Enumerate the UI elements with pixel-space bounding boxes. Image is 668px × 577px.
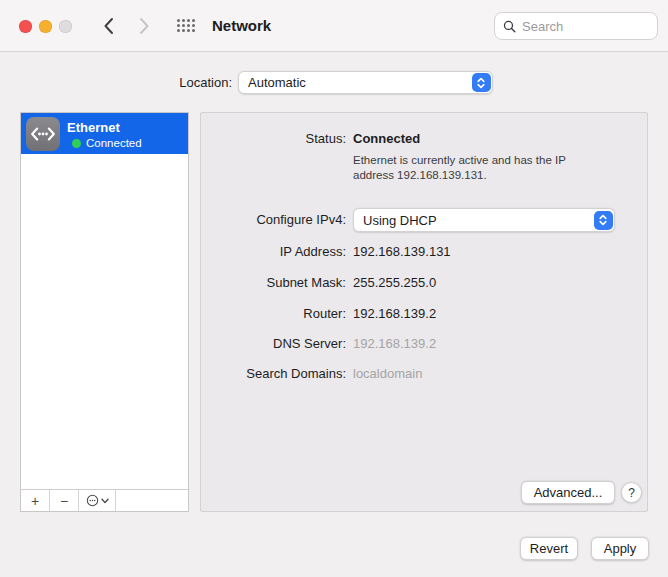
ip-address-value: 192.168.139.131 [353, 244, 451, 260]
chevron-left-icon [103, 17, 114, 35]
subnet-mask-label: Subnet Mask: [201, 275, 346, 291]
search-input[interactable] [522, 19, 649, 34]
ip-address-label: IP Address: [201, 244, 346, 260]
services-sidebar: Ethernet Connected + − [20, 112, 189, 512]
search-domains-value: localdomain [353, 366, 422, 382]
configure-ipv4-value: Using DHCP [363, 213, 437, 228]
help-button[interactable]: ? [621, 482, 642, 503]
back-button[interactable] [98, 16, 118, 36]
chevron-right-icon [139, 17, 150, 35]
forward-button [134, 16, 154, 36]
chevron-down-icon [101, 498, 109, 504]
revert-button[interactable]: Revert [520, 537, 578, 560]
status-description: Ethernet is currently active and has the… [353, 153, 593, 183]
service-name: Ethernet [67, 120, 120, 135]
router-value: 192.168.139.2 [353, 306, 436, 322]
status-label: Status: [201, 131, 346, 147]
popup-stepper-icon [594, 211, 613, 230]
search-domains-label: Search Domains: [201, 366, 346, 382]
status-value: Connected [353, 131, 420, 147]
minimize-window-button[interactable] [39, 20, 52, 33]
dns-server-row: DNS Server: 192.168.139.2 [201, 336, 436, 352]
connected-status-dot [72, 139, 81, 148]
search-icon [503, 19, 516, 34]
search-domains-row: Search Domains: localdomain [201, 366, 422, 382]
location-label: Location: [0, 75, 232, 90]
titlebar: Network [0, 0, 668, 52]
zoom-window-button-disabled [59, 20, 72, 33]
router-row: Router: 192.168.139.2 [201, 306, 436, 322]
location-popup-value: Automatic [248, 75, 306, 90]
sidebar-toolbar: + − [21, 489, 188, 511]
service-status-label: Connected [86, 137, 142, 149]
service-actions-menu-button[interactable] [79, 490, 116, 511]
dns-server-label: DNS Server: [201, 336, 346, 352]
remove-service-button[interactable]: − [50, 490, 79, 511]
advanced-button[interactable]: Advanced... [521, 481, 615, 504]
network-preferences-window: Network Location: Automatic Ethernet Con… [0, 0, 668, 577]
service-detail-pane: Status: Connected Ethernet is currently … [200, 112, 648, 512]
subnet-mask-value: 255.255.255.0 [353, 275, 436, 291]
popup-stepper-icon [472, 73, 491, 92]
ip-address-row: IP Address: 192.168.139.131 [201, 244, 451, 260]
apply-button[interactable]: Apply [591, 537, 649, 560]
add-service-button[interactable]: + [21, 490, 50, 511]
ethernet-icon [26, 117, 60, 151]
sidebar-item-ethernet[interactable]: Ethernet Connected [21, 113, 188, 154]
configure-ipv4-label: Configure IPv4: [201, 212, 346, 227]
subnet-mask-row: Subnet Mask: 255.255.255.0 [201, 275, 436, 291]
more-actions-icon [86, 494, 99, 507]
dns-server-value: 192.168.139.2 [353, 336, 436, 352]
close-window-button[interactable] [19, 20, 32, 33]
location-popup[interactable]: Automatic [238, 71, 493, 94]
configure-ipv4-popup[interactable]: Using DHCP [353, 208, 615, 232]
router-label: Router: [201, 306, 346, 322]
window-title: Network [212, 17, 271, 34]
show-all-preferences-button[interactable] [177, 19, 195, 32]
search-field[interactable] [494, 12, 658, 40]
